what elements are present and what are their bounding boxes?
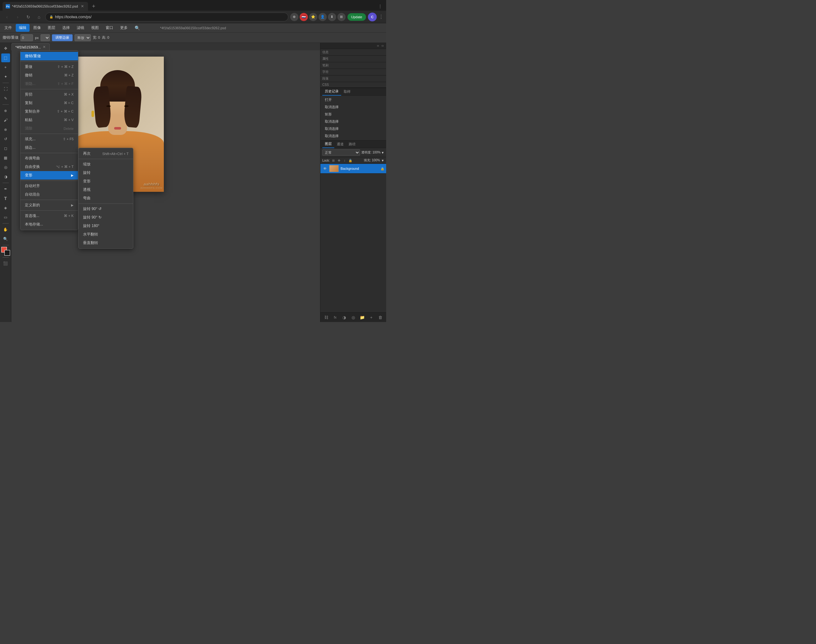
layers-adj-btn[interactable]: ◎ <box>350 314 357 321</box>
layers-folder-btn[interactable]: 📁 <box>359 314 366 321</box>
canvas-tab-close[interactable]: ✕ <box>43 45 46 49</box>
ctx-fade[interactable]: 渐隐... ⇧ + ⌘ + F <box>20 80 78 88</box>
submenu-warp[interactable]: 变形 <box>78 177 133 186</box>
submenu-again[interactable]: 再次 Shift+Alt+Ctrl + T <box>78 149 133 158</box>
tool-mask[interactable]: ⬛ <box>1 259 10 268</box>
ext-btn-2[interactable]: 🇳🇱 <box>300 13 308 21</box>
ctx-auto-align[interactable]: 自动对齐 <box>20 182 78 190</box>
fill-arrow[interactable]: ▼ <box>381 159 384 162</box>
tab-channels[interactable]: 通道 <box>334 141 346 148</box>
new-tab-btn[interactable]: + <box>89 2 98 11</box>
history-item-deselect2[interactable]: 取消选择 <box>321 118 386 125</box>
submenu-rotate-180[interactable]: 旋转 180° <box>78 222 133 230</box>
menu-file[interactable]: 文件 <box>1 24 15 32</box>
px-dropdown[interactable] <box>41 34 50 41</box>
ctx-transform[interactable]: 变形 ▶ <box>20 171 78 179</box>
layers-add-btn[interactable]: + <box>368 314 375 321</box>
tool-brush[interactable]: 🖌 <box>1 116 10 124</box>
history-item-rect[interactable]: 矩形 <box>321 111 386 118</box>
tool-move[interactable]: ✥ <box>1 44 10 53</box>
browser-tab[interactable]: Ps *4f1fa5153659a066150ccef33dec9262.psd… <box>3 2 88 11</box>
menu-search[interactable]: 🔍 <box>132 24 143 32</box>
nav-reload-btn[interactable]: ↻ <box>24 12 33 21</box>
menu-layer[interactable]: 图层 <box>44 24 58 32</box>
panel-label-props[interactable]: 属性 <box>321 56 386 62</box>
layer-item-background[interactable]: 👁 Background 🔒 <box>321 164 386 173</box>
lock-icon-1[interactable]: ⊞ <box>331 158 336 163</box>
tool-hand[interactable]: ✋ <box>1 225 10 234</box>
ctx-paste[interactable]: 粘贴 ⌘ + V <box>20 116 78 124</box>
menu-image[interactable]: 图像 <box>30 24 44 32</box>
ext-btn-6[interactable]: ⊞ <box>337 13 345 21</box>
layers-mask-btn[interactable]: ◑ <box>341 314 348 321</box>
menu-edit[interactable]: 编辑 <box>16 24 29 32</box>
tool-eraser[interactable]: ◻ <box>1 144 10 153</box>
release-select[interactable]: 释放 <box>75 34 91 41</box>
menu-more[interactable]: 更多 <box>117 24 131 32</box>
history-item-open[interactable]: 打开 <box>321 96 386 103</box>
tab-paths[interactable]: 路径 <box>346 141 358 148</box>
ctx-preferences[interactable]: 首选项... ⌘ + K <box>20 212 78 220</box>
tab-close[interactable]: ✕ <box>80 4 85 9</box>
ctx-auto-blend[interactable]: 自动混合 <box>20 190 78 199</box>
history-item-deselect4[interactable]: 取消选择 <box>321 132 386 140</box>
collapse-btn-2[interactable]: ‹› <box>380 43 385 48</box>
panel-label-para[interactable]: 段落 <box>321 75 386 82</box>
lock-icon-3[interactable]: ↕ <box>342 158 347 163</box>
submenu-rotate[interactable]: 旋转 <box>78 169 133 177</box>
tool-dodge[interactable]: ◑ <box>1 172 10 181</box>
menu-undo-redo[interactable]: 撤销/重做 <box>20 52 78 60</box>
submenu-scale[interactable]: 缩放 <box>78 160 133 169</box>
submenu-perspective[interactable]: 透视 <box>78 186 133 194</box>
menu-window[interactable]: 窗口 <box>103 24 117 32</box>
browser-settings-btn[interactable]: ⋮ <box>379 14 383 20</box>
tool-clone[interactable]: ⊗ <box>1 125 10 134</box>
nav-forward-btn[interactable]: › <box>13 12 22 21</box>
submenu-flip-v[interactable]: 垂直翻转 <box>78 239 133 247</box>
history-item-deselect3[interactable]: 取消选择 <box>321 125 386 132</box>
layers-link-btn[interactable]: ⛓ <box>323 314 330 321</box>
ctx-clear[interactable]: 清除 Delete <box>20 124 78 133</box>
submenu-flip-h[interactable]: 水平翻转 <box>78 230 133 239</box>
panel-label-char[interactable]: 字符 <box>321 69 386 75</box>
tool-rect-select[interactable]: ⬚ <box>1 54 10 62</box>
color-swatches[interactable] <box>1 247 10 256</box>
ctx-cut[interactable]: 剪切 ⌘ + X <box>20 90 78 99</box>
submenu-bend[interactable]: 弯曲 <box>78 194 133 202</box>
tool-text[interactable]: T <box>1 194 10 203</box>
opacity-arrow[interactable]: ▼ <box>381 151 384 154</box>
layers-delete-btn[interactable]: 🗑 <box>377 314 384 321</box>
ctx-copy-merge[interactable]: 复制合并 ⇧ + ⌘ + C <box>20 107 78 116</box>
canvas-tab-main[interactable]: *4f1fa5153659... ✕ <box>11 43 50 50</box>
tab-history[interactable]: 历史记录 <box>322 88 341 96</box>
ext-btn-1[interactable]: ⊕ <box>290 13 298 21</box>
menu-filter[interactable]: 滤镜 <box>74 24 87 32</box>
tab-sample[interactable]: 取样 <box>341 88 353 95</box>
ctx-fill[interactable]: 填充... ⇧ + F5 <box>20 135 78 143</box>
tool-crop[interactable]: ⛶ <box>1 84 10 94</box>
adjust-edge-btn[interactable]: 调整边缘 <box>52 34 73 41</box>
px-input[interactable] <box>20 34 33 41</box>
panel-label-css[interactable]: CSS <box>321 82 386 88</box>
ctx-undo[interactable]: 撤销 ⌘ + Z <box>20 71 78 80</box>
panel-label-brush[interactable]: 笔刷 <box>321 62 386 69</box>
tool-blur[interactable]: ◎ <box>1 163 10 172</box>
layers-fx-btn[interactable]: fx <box>332 314 339 321</box>
nav-back-btn[interactable]: ‹ <box>3 12 11 21</box>
collapse-btn-1[interactable]: ‹› <box>376 43 380 48</box>
lock-icon-2[interactable]: ✥ <box>337 158 341 163</box>
tool-pen[interactable]: ✒ <box>1 185 10 193</box>
ctx-stroke[interactable]: 描边... <box>20 143 78 152</box>
nav-home-btn[interactable]: ⌂ <box>35 12 43 21</box>
tool-zoom[interactable]: 🔍 <box>1 235 10 244</box>
tool-eyedropper[interactable]: ✎ <box>1 94 10 103</box>
submenu-rotate-cw[interactable]: 旋转 90° ↻ <box>78 213 133 222</box>
tool-heal[interactable]: ⊕ <box>1 106 10 115</box>
ctx-free-transform[interactable]: 自由变换 ⌥ + ⌘ + T <box>20 163 78 171</box>
history-item-deselect1[interactable]: 取消选择 <box>321 103 386 111</box>
ctx-redo[interactable]: 重做 ⇧ + ⌘ + Z <box>20 63 78 71</box>
submenu-rotate-ccw[interactable]: 旋转 90° ↺ <box>78 205 133 213</box>
ext-btn-5[interactable]: ⬇ <box>328 13 336 21</box>
profile-btn[interactable]: C <box>368 12 377 21</box>
ctx-copy[interactable]: 复制 ⌘ + C <box>20 99 78 107</box>
